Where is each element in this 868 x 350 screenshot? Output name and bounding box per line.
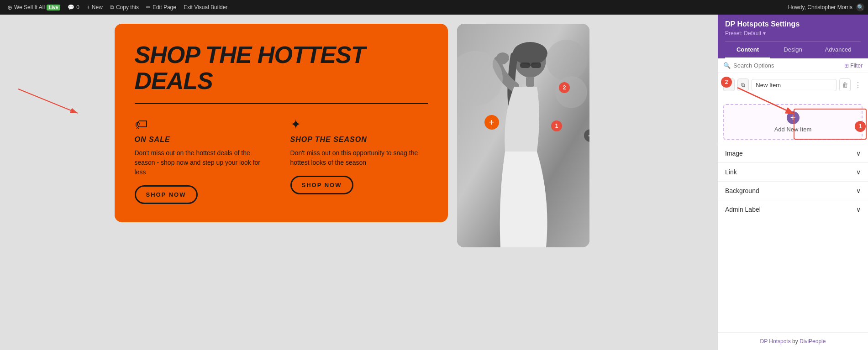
add-new-item-label: Add New Item: [774, 126, 812, 133]
image-section-label: Image: [725, 150, 743, 157]
annotation-badge-2: 2: [559, 82, 570, 93]
svg-line-12: [18, 89, 78, 113]
accordion-image[interactable]: Image ∨: [718, 144, 868, 162]
svg-rect-6: [526, 77, 534, 87]
background-section-label: Background: [725, 187, 759, 194]
canvas: SHOP THE HOTTEST DEALS 🏷 ON SALE Don't m…: [0, 15, 717, 350]
photo-card: + ↔: [457, 24, 589, 247]
add-new-plus-icon: +: [787, 111, 800, 124]
copy-icon: ⧉: [110, 4, 114, 10]
divider: [135, 103, 428, 104]
admin-label-chevron-icon: ∨: [856, 206, 861, 213]
new-item[interactable]: + New: [83, 0, 106, 15]
main-layout: SHOP THE HOTTEST DEALS 🏷 ON SALE Don't m…: [0, 15, 868, 350]
sidebar-search-row: 🔍 ⊞ Filter: [718, 58, 868, 73]
admin-label-section-label: Admin Label: [725, 206, 761, 213]
live-badge: Live: [47, 5, 60, 10]
season-icon: ✦: [290, 117, 428, 132]
search-input[interactable]: [733, 62, 842, 69]
edit-label: Edit Page: [153, 4, 176, 10]
pencil-icon: ✏: [146, 4, 151, 10]
topbar-right: Howdy, Christopher Morris 🔍: [788, 3, 864, 11]
svg-point-10: [555, 76, 587, 108]
footer-brand-link[interactable]: DiviPeople: [800, 338, 826, 345]
sidebar-footer: DP Hotspots by DiviPeople: [718, 332, 868, 350]
tab-design[interactable]: Design: [770, 42, 815, 58]
footer-brand: DiviPeople: [800, 338, 826, 345]
orange-card: SHOP THE HOTTEST DEALS 🏷 ON SALE Don't m…: [115, 24, 448, 222]
col1-body: Don't miss out on the hottest deals of t…: [135, 148, 272, 177]
annotation-badge-1: 1: [551, 120, 562, 131]
sidebar-title: DP Hotspots Settings: [725, 20, 861, 28]
sidebar: DP Hotspots Settings Preset: Default ▾ C…: [717, 15, 868, 350]
copy-label: Copy this: [116, 4, 139, 10]
site-name: We Sell It All: [14, 4, 45, 10]
footer-dp-hotspots-link[interactable]: DP Hotspots: [760, 338, 793, 345]
comments-count: 0: [76, 4, 79, 10]
canvas-content: SHOP THE HOTTEST DEALS 🏷 ON SALE Don't m…: [115, 24, 603, 247]
footer-text: DP Hotspots: [760, 338, 791, 345]
filter-button[interactable]: ⊞ Filter: [844, 63, 863, 69]
col2-title: SHOP THE SEASON: [290, 136, 428, 144]
footer-by: by: [792, 338, 798, 345]
hotspot-button[interactable]: +: [484, 115, 499, 130]
card-columns: 🏷 ON SALE Don't miss out on the hottest …: [135, 117, 428, 204]
sidebar-items-area: ⚙ ⧉ 🗑 ⋮: [718, 73, 868, 100]
link-chevron-icon: ∨: [856, 168, 861, 176]
filter-label: Filter: [850, 63, 863, 69]
svg-point-9: [546, 40, 587, 81]
svg-rect-3: [520, 63, 530, 68]
svg-rect-4: [531, 63, 541, 68]
item-name-input[interactable]: [752, 79, 836, 91]
card-col-1: 🏷 ON SALE Don't miss out on the hottest …: [135, 117, 272, 204]
item-more-button[interactable]: ⋮: [853, 78, 863, 91]
exit-builder-item[interactable]: Exit Visual Builder: [180, 0, 231, 15]
item-row: ⚙ ⧉ 🗑 ⋮: [723, 78, 863, 91]
exit-label: Exit Visual Builder: [184, 4, 228, 10]
comments-item[interactable]: 💬 0: [64, 0, 83, 15]
photo-placeholder: [457, 24, 589, 247]
add-new-item-box[interactable]: + Add New Item: [723, 104, 863, 140]
woman-svg: [457, 24, 589, 247]
sale-icon: 🏷: [135, 117, 272, 132]
search-icon-btn[interactable]: 🔍: [856, 3, 864, 11]
card-col-2: ✦ SHOP THE SEASON Don't miss out on this…: [290, 117, 428, 204]
accordion-background[interactable]: Background ∨: [718, 181, 868, 200]
sidebar-tabs: Content Design Advanced: [725, 41, 861, 58]
site-name-item[interactable]: ⊕ We Sell It All Live: [4, 0, 64, 15]
user-greeting: Howdy, Christopher Morris: [788, 4, 852, 10]
item-copy-icon[interactable]: ⧉: [737, 78, 749, 91]
search-icon: 🔍: [723, 62, 731, 69]
topbar: ⊕ We Sell It All Live 💬 0 + New ⧉ Copy t…: [0, 0, 868, 15]
new-label: New: [92, 4, 103, 10]
shop-now-btn-2[interactable]: SHOP NOW: [290, 176, 353, 194]
svg-point-7: [496, 52, 509, 63]
item-settings-icon[interactable]: ⚙: [723, 78, 735, 91]
plus-icon: +: [87, 4, 90, 10]
image-chevron-icon: ∨: [856, 150, 861, 157]
wp-icon: ⊕: [7, 4, 12, 11]
sidebar-header: DP Hotspots Settings Preset: Default ▾ C…: [718, 15, 868, 58]
headline: SHOP THE HOTTEST DEALS: [135, 42, 428, 94]
tab-advanced[interactable]: Advanced: [815, 42, 861, 58]
background-chevron-icon: ∨: [856, 187, 861, 194]
link-section-label: Link: [725, 168, 737, 176]
col1-title: ON SALE: [135, 136, 272, 144]
sidebar-preset[interactable]: Preset: Default ▾: [725, 30, 861, 37]
col2-body: Don't miss out on this opportunity to sn…: [290, 148, 428, 167]
accordion-link[interactable]: Link ∨: [718, 162, 868, 181]
item-delete-button[interactable]: 🗑: [839, 78, 851, 91]
copy-item[interactable]: ⧉ Copy this: [106, 0, 142, 15]
accordion-admin-label[interactable]: Admin Label ∨: [718, 200, 868, 219]
shop-now-btn-1[interactable]: SHOP NOW: [135, 185, 198, 204]
edit-page-item[interactable]: ✏ Edit Page: [142, 0, 180, 15]
filter-icon: ⊞: [844, 63, 849, 69]
tab-content[interactable]: Content: [725, 42, 770, 58]
svg-point-2: [513, 42, 547, 65]
comment-icon: 💬: [68, 4, 74, 10]
